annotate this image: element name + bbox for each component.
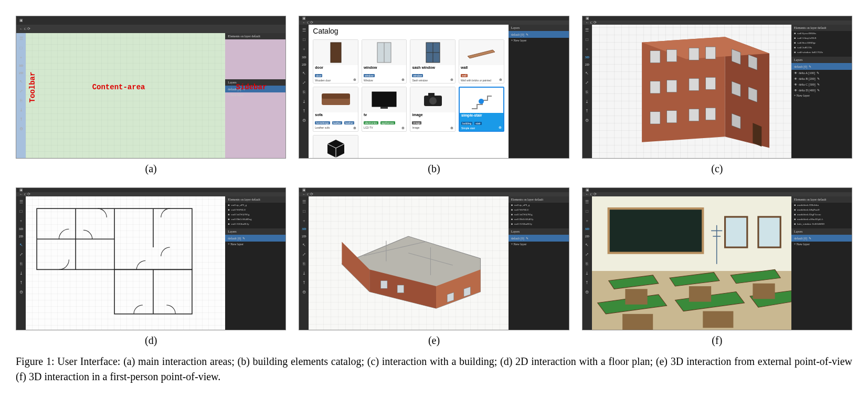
- pencil-icon[interactable]: ✎: [809, 65, 811, 68]
- element-row[interactable]: ■ wall 5sCW4781g: [225, 212, 285, 217]
- plus-icon[interactable]: ⊕: [450, 126, 453, 130]
- plus-icon[interactable]: ⊕: [450, 78, 453, 82]
- file-icon[interactable]: □: [301, 36, 307, 43]
- pan-icon[interactable]: ⤢: [301, 79, 307, 86]
- new-layer-button[interactable]: + New layer: [225, 242, 285, 247]
- layer-row[interactable]: 👁 delta C [300] ✎: [791, 81, 852, 87]
- viewport-2d[interactable]: [26, 196, 225, 330]
- content-area[interactable]: [26, 33, 225, 158]
- upload-icon[interactable]: ⤒: [584, 279, 590, 286]
- 3d-toggle[interactable]: 3D: [302, 55, 306, 59]
- add-icon[interactable]: +: [584, 46, 590, 52]
- download-icon[interactable]: ⤓: [584, 270, 590, 276]
- menu-icon[interactable]: ☰: [301, 198, 307, 205]
- 2d-toggle[interactable]: 2D: [302, 62, 306, 67]
- catalog-item-sash-window[interactable]: sash window window Sash window ⊕: [410, 39, 456, 83]
- download-icon[interactable]: ⤓: [301, 270, 307, 276]
- layer-row[interactable]: 👁 delta A [100] ✎: [791, 70, 852, 76]
- gear-icon[interactable]: ⚙: [18, 126, 24, 132]
- catalog-item-tv[interactable]: tv electronicsappliances LCD TV ⊕: [362, 87, 407, 132]
- gear-icon[interactable]: ⚙: [584, 117, 590, 123]
- viewport-3d-external[interactable]: [309, 196, 508, 330]
- file-icon[interactable]: □: [18, 45, 24, 51]
- menu-icon[interactable]: ☰: [584, 198, 590, 205]
- gear-icon[interactable]: ⚙: [584, 289, 590, 295]
- active-layer-row[interactable]: default [0]✎: [509, 31, 569, 38]
- viewport-first-person[interactable]: [592, 196, 791, 330]
- add-icon[interactable]: +: [584, 217, 590, 224]
- gear-icon[interactable]: ⚙: [18, 289, 24, 295]
- element-row[interactable]: ■ wall 6yeeeD858w: [791, 31, 852, 36]
- copy-icon[interactable]: ⎘: [301, 89, 307, 95]
- plus-icon[interactable]: ⊕: [353, 78, 356, 82]
- element-row[interactable]: ■ modeldesk h8sjPsui9: [791, 207, 852, 212]
- element-row[interactable]: ■ wall-window 0aK17O2s: [791, 50, 852, 55]
- download-icon[interactable]: ⤓: [18, 107, 24, 113]
- pencil-icon[interactable]: ✎: [809, 236, 811, 240]
- pan-icon[interactable]: ⤢: [301, 251, 307, 257]
- copy-icon[interactable]: ⎘: [584, 89, 590, 95]
- element-row[interactable]: ■ wall qs_oP9_g: [225, 203, 285, 207]
- 2d-toggle[interactable]: 2D: [585, 62, 589, 67]
- file-icon[interactable]: □: [584, 208, 590, 214]
- catalog-item-simple-stair[interactable]: simple-stair buildingstair Simple stair …: [459, 87, 504, 132]
- pencil-icon[interactable]: ✎: [526, 236, 528, 240]
- catalog-item-wall[interactable]: wall wall Wall with bricks or painted ⊕: [459, 39, 504, 83]
- layer-row[interactable]: 👁 delta B [200] ✎: [791, 76, 852, 81]
- pan-icon[interactable]: ⤢: [18, 251, 24, 257]
- element-row[interactable]: ■ wall DkOAK4lUy: [509, 217, 569, 222]
- new-layer-button[interactable]: + New layer: [509, 38, 569, 43]
- select-icon[interactable]: ↖: [18, 78, 24, 85]
- plus-icon[interactable]: ⊕: [499, 126, 502, 130]
- gear-icon[interactable]: ⚙: [301, 117, 307, 123]
- copy-icon[interactable]: ⎘: [18, 97, 24, 103]
- upload-icon[interactable]: ⤒: [301, 108, 307, 114]
- 3d-toggle[interactable]: 3D: [19, 227, 24, 231]
- add-icon[interactable]: +: [301, 46, 307, 52]
- copy-icon[interactable]: ⎘: [301, 260, 307, 267]
- upload-icon[interactable]: ⤒: [18, 116, 24, 122]
- active-layer-row[interactable]: default [0]✎: [225, 235, 285, 242]
- 3d-toggle[interactable]: 3D: [19, 64, 24, 68]
- catalog-item-door[interactable]: door door Wooden door ⊕: [313, 39, 358, 83]
- gear-icon[interactable]: ⚙: [301, 289, 307, 295]
- new-layer-button[interactable]: + New layer: [509, 242, 569, 247]
- select-icon[interactable]: ↖: [584, 70, 590, 76]
- element-row[interactable]: ■ wall DkOAK4lDcg: [225, 217, 285, 222]
- active-layer-row[interactable]: default [0]✎: [791, 235, 852, 242]
- 3d-toggle[interactable]: 3D: [585, 227, 589, 231]
- new-layer-button[interactable]: + New layer: [791, 242, 852, 247]
- element-row[interactable]: ■ modeldesk uWoeR1pLA: [791, 217, 852, 222]
- select-icon[interactable]: ↖: [584, 242, 590, 248]
- element-row[interactable]: ■ wall 8rec1BSDge: [791, 40, 852, 45]
- menu-icon[interactable]: ☰: [18, 35, 24, 41]
- element-row[interactable]: ■ wall 1UOhuIE3y: [225, 222, 285, 226]
- add-icon[interactable]: +: [18, 217, 24, 224]
- download-icon[interactable]: ⤓: [584, 98, 590, 104]
- select-icon[interactable]: ↖: [301, 242, 307, 248]
- 3d-toggle[interactable]: 3D: [585, 55, 589, 59]
- camera-icon[interactable]: ⎘: [584, 260, 590, 267]
- menu-icon[interactable]: ☰: [18, 198, 24, 205]
- plus-icon[interactable]: ⊕: [401, 126, 405, 130]
- 2d-toggle[interactable]: 2D: [19, 71, 24, 75]
- catalog-item-sofa[interactable]: sofa furnishingsleatherleather Leather s…: [313, 87, 358, 132]
- select-icon[interactable]: ↖: [18, 242, 24, 248]
- 3d-toggle[interactable]: 3D: [302, 227, 306, 231]
- menu-icon[interactable]: ☰: [301, 27, 307, 33]
- 2d-toggle[interactable]: 2D: [585, 234, 589, 238]
- pencil-icon[interactable]: ✎: [526, 33, 528, 36]
- pan-icon[interactable]: ⤢: [18, 88, 24, 94]
- active-layer-row[interactable]: default [0]✎: [791, 63, 852, 70]
- copy-icon[interactable]: ⎘: [18, 260, 24, 267]
- new-layer-button[interactable]: + New layer: [225, 92, 285, 98]
- catalog-item-generic[interactable]: [313, 135, 358, 159]
- element-row[interactable]: ■ hole_window SvB1hMID: [791, 222, 852, 226]
- upload-icon[interactable]: ⤒: [18, 279, 24, 286]
- layer-row[interactable]: 👁 delta D [400] ✎: [791, 87, 852, 93]
- 2d-toggle[interactable]: 2D: [302, 234, 306, 238]
- upload-icon[interactable]: ⤒: [301, 279, 307, 286]
- catalog-item-window[interactable]: window window Window ⊕: [362, 39, 407, 83]
- add-icon[interactable]: +: [301, 217, 307, 224]
- download-icon[interactable]: ⤓: [18, 270, 24, 276]
